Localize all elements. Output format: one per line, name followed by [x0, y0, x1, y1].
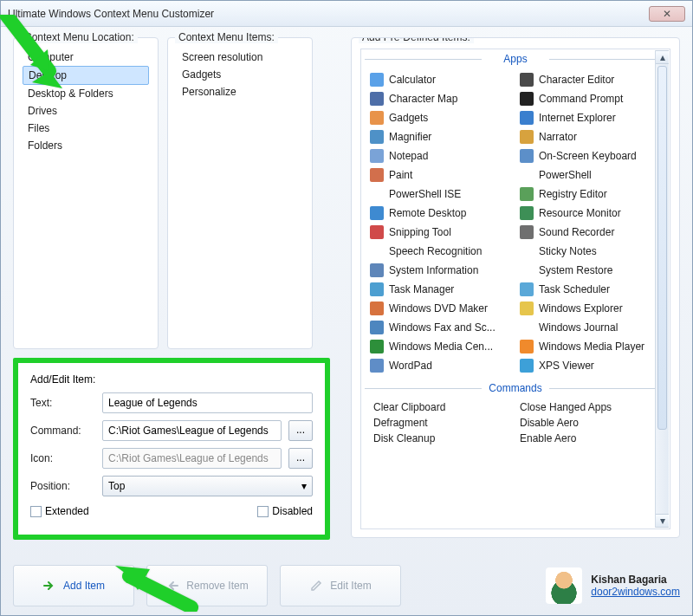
predef-app-item[interactable]: Windows Fax and Sc... — [368, 318, 513, 337]
predef-scrollbar[interactable]: ▴ ▾ — [655, 50, 669, 528]
location-item[interactable]: Folders — [23, 137, 149, 154]
predef-app-item[interactable]: XPS Viewer — [518, 356, 663, 375]
predef-app-item[interactable]: PowerShell — [518, 165, 663, 185]
app-icon — [370, 302, 384, 315]
app-label: XPS Viewer — [539, 360, 594, 372]
predef-app-item[interactable]: System Information — [368, 261, 513, 280]
predef-app-item[interactable]: Snipping Tool — [368, 223, 513, 242]
add-item-button[interactable]: Add Item — [13, 565, 134, 606]
location-item[interactable]: Computer — [23, 49, 149, 66]
app-label: Windows Media Cen... — [389, 340, 493, 353]
predef-app-item[interactable]: Internet Explorer — [518, 108, 663, 127]
disabled-checkbox[interactable]: Disabled — [257, 505, 313, 517]
app-icon — [370, 282, 384, 296]
left-column: Context Menu Location: ComputerDesktopDe… — [13, 37, 342, 540]
app-label: Paint — [389, 169, 412, 181]
app-icon — [520, 244, 534, 258]
predef-app-item[interactable]: Remote Desktop — [368, 204, 513, 223]
location-item[interactable]: Desktop & Folders — [23, 85, 149, 102]
predef-app-item[interactable]: Task Scheduler — [518, 280, 663, 299]
predefined-items-group: Add Pre-Defined Items: Apps CalculatorCh… — [351, 37, 680, 538]
author-avatar-icon — [546, 567, 582, 604]
location-item[interactable]: Drives — [23, 102, 149, 120]
extended-checkbox[interactable]: Extended — [30, 505, 250, 517]
group-label: Add/Edit Item: — [30, 373, 313, 386]
predef-app-item[interactable]: Windows DVD Maker — [368, 299, 513, 318]
predef-app-item[interactable]: Windows Media Cen... — [368, 337, 513, 356]
browse-icon-button[interactable]: ... — [288, 448, 313, 469]
app-icon — [370, 187, 384, 201]
predef-app-item[interactable]: Windows Media Player — [518, 337, 663, 356]
edit-item-button[interactable]: Edit Item — [280, 565, 401, 606]
app-icon — [370, 168, 384, 182]
predef-app-item[interactable]: Magnifier — [368, 127, 513, 146]
predef-app-item[interactable]: Character Map — [368, 89, 513, 108]
close-button[interactable]: ✕ — [649, 6, 685, 22]
predef-app-item[interactable]: Windows Journal — [518, 318, 663, 337]
app-icon — [520, 111, 534, 125]
predef-app-item[interactable]: Windows Explorer — [518, 299, 663, 318]
predef-command-item[interactable]: Enable Aero — [518, 431, 659, 446]
predef-app-item[interactable]: Registry Editor — [518, 185, 663, 204]
predef-command-item[interactable]: Defragment — [372, 415, 513, 431]
app-label: WordPad — [389, 360, 432, 372]
predef-app-item[interactable]: Calculator — [368, 70, 513, 89]
predef-app-item[interactable]: On-Screen Keyboard — [518, 146, 663, 165]
scroll-up-button[interactable]: ▴ — [656, 50, 669, 64]
app-icon — [520, 92, 534, 106]
app-icon — [520, 225, 534, 239]
predef-app-item[interactable]: System Restore — [518, 261, 663, 280]
command-label: Command: — [30, 425, 95, 437]
predef-app-item[interactable]: WordPad — [368, 356, 513, 375]
remove-item-button[interactable]: Remove Item — [146, 565, 268, 606]
predef-command-item[interactable]: Disable Aero — [518, 415, 659, 431]
location-item[interactable]: Files — [23, 120, 149, 137]
app-label: Remote Desktop — [389, 207, 466, 219]
command-input[interactable] — [102, 420, 282, 441]
predef-command-item[interactable]: Clear Clipboard — [372, 399, 513, 415]
predef-app-item[interactable]: Sticky Notes — [518, 242, 663, 261]
app-icon — [370, 206, 384, 220]
predef-app-item[interactable]: Command Prompt — [518, 89, 663, 108]
group-label: Add Pre-Defined Items: — [359, 37, 474, 43]
app-icon — [520, 282, 534, 296]
predef-app-item[interactable]: Narrator — [518, 127, 663, 146]
predef-app-item[interactable]: Character Editor — [518, 70, 663, 89]
context-item[interactable]: Gadgets — [177, 66, 303, 83]
predef-app-item[interactable]: Gadgets — [368, 108, 513, 127]
titlebar: Ultimate Windows Context Menu Customizer… — [1, 1, 692, 27]
app-icon — [370, 111, 384, 125]
predef-app-item[interactable]: Speech Recognition — [368, 242, 513, 261]
predef-app-item[interactable]: PowerShell ISE — [368, 185, 513, 204]
predef-command-item[interactable]: Close Hanged Apps — [518, 399, 659, 415]
location-item[interactable]: Desktop — [23, 66, 149, 85]
app-icon — [520, 340, 534, 353]
context-item[interactable]: Screen resolution — [177, 49, 303, 66]
predef-app-item[interactable]: Task Manager — [368, 280, 513, 299]
app-icon — [520, 168, 534, 182]
app-label: System Restore — [539, 264, 612, 276]
position-combo[interactable]: Top ▾ — [102, 476, 313, 496]
predef-app-item[interactable]: Sound Recorder — [518, 223, 663, 242]
group-label: Context Menu Location: — [21, 31, 138, 43]
app-window: Ultimate Windows Context Menu Customizer… — [0, 0, 693, 616]
text-input[interactable] — [102, 392, 313, 413]
location-list: ComputerDesktopDesktop & FoldersDrivesFi… — [23, 49, 149, 154]
predef-app-item[interactable]: Notepad — [368, 146, 513, 165]
predef-command-item[interactable]: Disk Cleanup — [372, 431, 513, 446]
app-icon — [520, 149, 534, 163]
scroll-down-button[interactable]: ▾ — [656, 514, 669, 528]
context-item[interactable]: Personalize — [177, 83, 303, 101]
predef-app-item[interactable]: Paint — [368, 165, 513, 185]
app-label: Resource Monitor — [539, 207, 621, 219]
app-icon — [370, 321, 384, 334]
icon-input[interactable] — [102, 448, 282, 469]
author-link[interactable]: door2windows.com — [591, 586, 680, 598]
scroll-thumb[interactable] — [657, 66, 667, 430]
app-icon — [520, 263, 534, 277]
browse-command-button[interactable]: ... — [288, 420, 313, 441]
arrow-left-icon — [165, 579, 179, 593]
predef-app-item[interactable]: Resource Monitor — [518, 204, 663, 223]
app-icon — [370, 359, 384, 373]
app-icon — [520, 302, 534, 315]
